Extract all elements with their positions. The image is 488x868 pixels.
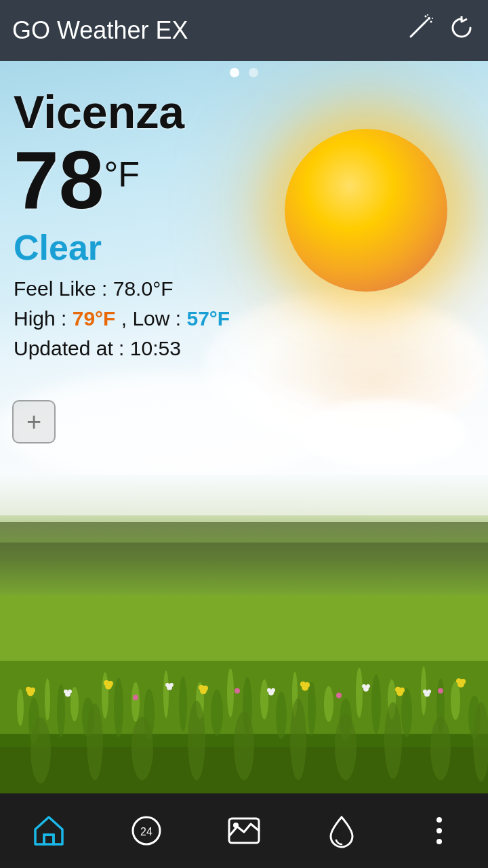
low-label: Low :: [132, 307, 181, 330]
svg-point-93: [436, 817, 442, 823]
svg-point-51: [300, 682, 306, 687]
svg-point-60: [64, 690, 68, 694]
svg-point-63: [165, 683, 169, 687]
svg-point-86: [430, 717, 451, 781]
svg-point-65: [271, 688, 275, 692]
svg-rect-9: [0, 595, 488, 661]
svg-point-94: [436, 828, 442, 833]
bottom-navigation: 24: [0, 793, 488, 868]
svg-point-57: [456, 678, 462, 684]
24h-icon: 24: [127, 812, 165, 850]
svg-point-13: [114, 677, 123, 737]
svg-point-25: [17, 689, 24, 726]
svg-point-74: [235, 688, 240, 694]
svg-point-18: [276, 692, 287, 739]
topbar-actions: [405, 14, 476, 48]
high-label: High :: [14, 307, 66, 330]
page-dot-2[interactable]: [249, 68, 258, 77]
svg-line-1: [424, 20, 428, 23]
cloud-small: [298, 400, 468, 468]
feel-like-value: 78.0°F: [113, 277, 174, 300]
svg-point-84: [335, 714, 357, 781]
topbar: GO Weather EX: [0, 0, 488, 61]
svg-point-75: [336, 693, 342, 698]
low-separator: ,: [121, 307, 133, 330]
svg-point-15: [179, 676, 187, 732]
svg-point-66: [267, 688, 271, 692]
svg-point-6: [432, 18, 433, 19]
nav-item-home[interactable]: [8, 800, 89, 861]
refresh-icon[interactable]: [447, 14, 476, 48]
svg-point-62: [169, 683, 174, 687]
app-title: GO Weather EX: [12, 16, 405, 45]
svg-point-59: [68, 690, 72, 694]
meadow-background: [0, 515, 488, 793]
svg-point-76: [438, 688, 443, 694]
high-value: 79°F: [73, 307, 116, 330]
svg-point-85: [384, 702, 402, 778]
svg-point-71: [427, 690, 431, 694]
svg-point-79: [87, 703, 103, 780]
feel-like-label: Feel Like :: [14, 277, 107, 300]
more-icon: [420, 812, 458, 850]
gallery-icon: [225, 812, 263, 850]
svg-point-68: [366, 684, 370, 688]
high-low-row: High : 79°F , Low : 57°F: [14, 307, 230, 330]
svg-point-42: [26, 687, 31, 692]
svg-point-69: [362, 684, 366, 688]
svg-point-95: [436, 839, 442, 844]
svg-point-21: [371, 674, 381, 734]
svg-point-4: [430, 20, 432, 22]
feel-like-row: Feel Like : 78.0°F: [14, 277, 230, 300]
weather-condition: Clear: [14, 227, 230, 268]
updated-time: 10:53: [130, 337, 181, 359]
svg-point-3: [425, 15, 427, 17]
svg-line-0: [411, 23, 424, 37]
svg-point-26: [45, 678, 50, 720]
sky-meadow-transition: [0, 475, 488, 542]
svg-point-48: [199, 685, 204, 690]
sun-icon: [285, 129, 447, 292]
page-dot-1[interactable]: [230, 68, 239, 77]
svg-point-5: [427, 14, 428, 16]
svg-point-35: [324, 686, 333, 722]
svg-point-78: [30, 717, 51, 784]
svg-point-45: [104, 680, 109, 686]
updated-row: Updated at : 10:53: [14, 337, 230, 360]
nav-item-rain[interactable]: [301, 800, 382, 861]
nav-item-24h[interactable]: 24: [106, 800, 187, 861]
svg-point-72: [423, 690, 427, 694]
svg-point-82: [234, 711, 254, 781]
svg-point-54: [395, 687, 401, 692]
nav-item-more[interactable]: [399, 800, 480, 861]
svg-text:24: 24: [140, 826, 152, 837]
svg-point-36: [356, 668, 363, 718]
rain-icon: [323, 812, 361, 850]
home-icon: [30, 812, 68, 850]
page-indicator: [230, 68, 258, 77]
low-value: 57°F: [187, 307, 230, 330]
svg-point-33: [260, 679, 268, 719]
svg-point-80: [131, 717, 153, 781]
svg-point-30: [163, 670, 169, 717]
nav-item-gallery[interactable]: [203, 800, 285, 861]
magic-wand-icon[interactable]: [405, 14, 434, 48]
svg-point-28: [102, 672, 108, 718]
svg-point-32: [227, 669, 234, 717]
temperature-row: 78 °F: [14, 139, 230, 220]
svg-point-2: [428, 17, 430, 20]
svg-point-39: [451, 682, 460, 720]
svg-point-83: [290, 698, 306, 780]
updated-label: Updated at :: [14, 337, 124, 359]
svg-point-73: [133, 695, 138, 701]
temperature-value: 78: [14, 139, 104, 220]
svg-point-16: [211, 690, 223, 736]
svg-point-19: [308, 682, 316, 736]
city-name: Vicenza: [14, 88, 230, 136]
svg-point-29: [131, 682, 140, 722]
svg-point-81: [188, 701, 205, 780]
temperature-unit: °F: [104, 154, 140, 195]
plus-icon: +: [26, 409, 41, 435]
add-location-button[interactable]: +: [12, 400, 56, 443]
svg-point-22: [401, 688, 412, 737]
